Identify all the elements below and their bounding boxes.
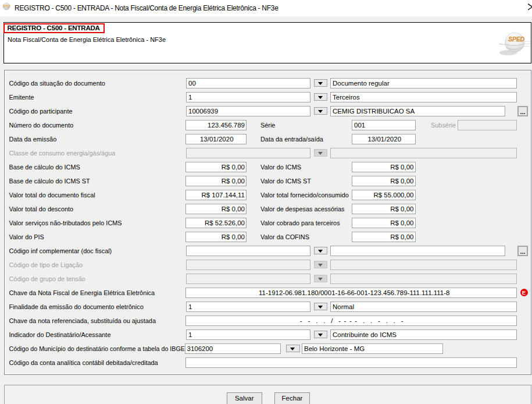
svg-text:SPED: SPED xyxy=(3,5,10,8)
svg-text:SPED: SPED xyxy=(508,36,524,42)
